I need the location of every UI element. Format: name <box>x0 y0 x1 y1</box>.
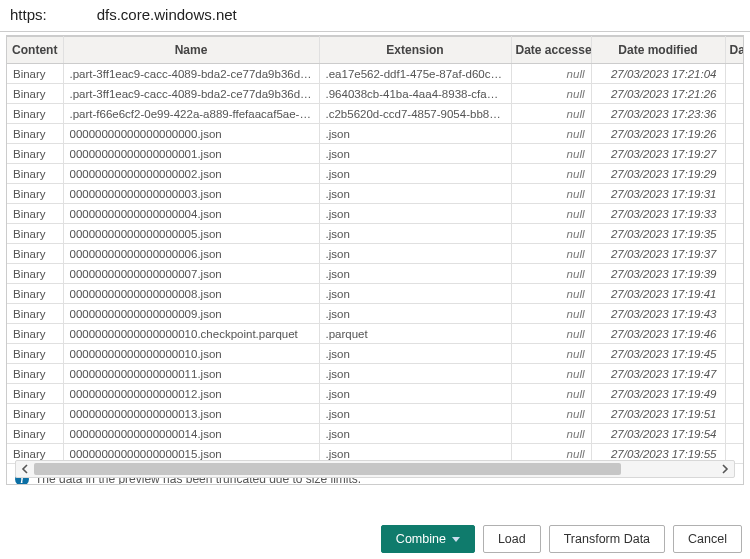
cell-date-modified: 27/03/2023 17:19:33 <box>591 204 725 224</box>
column-header-name[interactable]: Name <box>63 37 319 64</box>
cell-date-modified: 27/03/2023 17:19:51 <box>591 404 725 424</box>
cell-date-accessed: null <box>511 264 591 284</box>
table-row[interactable]: Binary00000000000000000011.json.jsonnull… <box>7 364 744 384</box>
cell-name: .part-f66e6cf2-0e99-422a-a889-ffefaacaf5… <box>63 104 319 124</box>
cell-date-modified: 27/03/2023 17:19:26 <box>591 124 725 144</box>
cell-date-c <box>725 164 744 184</box>
table-row[interactable]: Binary00000000000000000002.json.jsonnull… <box>7 164 744 184</box>
cell-date-modified: 27/03/2023 17:19:39 <box>591 264 725 284</box>
chevron-down-icon <box>452 537 460 542</box>
column-header-extension[interactable]: Extension <box>319 37 511 64</box>
cell-date-accessed: null <box>511 124 591 144</box>
cell-date-c <box>725 224 744 244</box>
cell-date-modified: 27/03/2023 17:19:49 <box>591 384 725 404</box>
load-button[interactable]: Load <box>483 525 541 553</box>
table-row[interactable]: Binary00000000000000000007.json.jsonnull… <box>7 264 744 284</box>
cancel-button[interactable]: Cancel <box>673 525 742 553</box>
scroll-right-icon[interactable] <box>716 461 734 477</box>
cell-date-accessed: null <box>511 384 591 404</box>
cell-extension: .json <box>319 244 511 264</box>
combine-button[interactable]: Combine <box>381 525 475 553</box>
table-row[interactable]: Binary00000000000000000009.json.jsonnull… <box>7 304 744 324</box>
scroll-track[interactable] <box>34 461 716 477</box>
cell-content: Binary <box>7 344 63 364</box>
cell-extension: .json <box>319 304 511 324</box>
cell-date-accessed: null <box>511 284 591 304</box>
table-row[interactable]: Binary00000000000000000010.json.jsonnull… <box>7 344 744 364</box>
cell-date-modified: 27/03/2023 17:19:27 <box>591 144 725 164</box>
cell-date-c <box>725 244 744 264</box>
table-row[interactable]: Binary00000000000000000004.json.jsonnull… <box>7 204 744 224</box>
cell-date-accessed: null <box>511 304 591 324</box>
table-row[interactable]: Binary00000000000000000013.json.jsonnull… <box>7 404 744 424</box>
cell-name: 00000000000000000004.json <box>63 204 319 224</box>
cell-extension: .json <box>319 164 511 184</box>
cell-date-c <box>725 264 744 284</box>
table-row[interactable]: Binary.part-f66e6cf2-0e99-422a-a889-ffef… <box>7 104 744 124</box>
cell-name: 00000000000000000014.json <box>63 424 319 444</box>
cell-date-modified: 27/03/2023 17:19:47 <box>591 364 725 384</box>
table-row[interactable]: Binary00000000000000000014.json.jsonnull… <box>7 424 744 444</box>
cell-date-modified: 27/03/2023 17:19:43 <box>591 304 725 324</box>
column-header-content[interactable]: Content <box>7 37 63 64</box>
cell-name: 00000000000000000001.json <box>63 144 319 164</box>
column-header-date-modified[interactable]: Date modified <box>591 37 725 64</box>
cell-date-c <box>725 204 744 224</box>
cell-date-accessed: null <box>511 64 591 84</box>
table-header: Content Name Extension Date accessed Dat… <box>7 37 744 64</box>
table-row[interactable]: Binary00000000000000000010.checkpoint.pa… <box>7 324 744 344</box>
table-row[interactable]: Binary00000000000000000008.json.jsonnull… <box>7 284 744 304</box>
cell-content: Binary <box>7 184 63 204</box>
cell-date-c <box>725 404 744 424</box>
cell-name: 00000000000000000002.json <box>63 164 319 184</box>
scroll-left-icon[interactable] <box>16 461 34 477</box>
cell-content: Binary <box>7 424 63 444</box>
cell-date-modified: 27/03/2023 17:19:37 <box>591 244 725 264</box>
scroll-thumb[interactable] <box>34 463 621 475</box>
cell-date-c <box>725 364 744 384</box>
cell-date-accessed: null <box>511 104 591 124</box>
table-row[interactable]: Binary00000000000000000006.json.jsonnull… <box>7 244 744 264</box>
preview-table: Content Name Extension Date accessed Dat… <box>7 36 744 464</box>
cell-extension: .json <box>319 224 511 244</box>
table-row[interactable]: Binary.part-3ff1eac9-cacc-4089-bda2-ce77… <box>7 64 744 84</box>
url-suffix: dfs.core.windows.net <box>97 6 237 23</box>
cell-date-accessed: null <box>511 424 591 444</box>
cell-date-c <box>725 144 744 164</box>
cell-extension: .json <box>319 404 511 424</box>
cell-content: Binary <box>7 124 63 144</box>
cell-name: 00000000000000000000.json <box>63 124 319 144</box>
cell-date-modified: 27/03/2023 17:19:45 <box>591 344 725 364</box>
cell-name: 00000000000000000008.json <box>63 284 319 304</box>
cell-extension: .964038cb-41ba-4aa4-8938-cfa21930555b <box>319 84 511 104</box>
table-row[interactable]: Binary.part-3ff1eac9-cacc-4089-bda2-ce77… <box>7 84 744 104</box>
cell-content: Binary <box>7 284 63 304</box>
cell-date-accessed: null <box>511 364 591 384</box>
cell-content: Binary <box>7 204 63 224</box>
preview-table-container: Content Name Extension Date accessed Dat… <box>6 35 744 485</box>
cell-date-c <box>725 384 744 404</box>
cell-date-c <box>725 104 744 124</box>
cell-date-c <box>725 344 744 364</box>
cell-extension: .ea17e562-ddf1-475e-87af-d60c0ebc64e4 <box>319 64 511 84</box>
table-row[interactable]: Binary00000000000000000000.json.jsonnull… <box>7 124 744 144</box>
transform-data-button[interactable]: Transform Data <box>549 525 665 553</box>
cell-name: 00000000000000000007.json <box>63 264 319 284</box>
cell-content: Binary <box>7 264 63 284</box>
cell-extension: .json <box>319 264 511 284</box>
column-header-date-accessed[interactable]: Date accessed <box>511 37 591 64</box>
table-row[interactable]: Binary00000000000000000003.json.jsonnull… <box>7 184 744 204</box>
cell-extension: .parquet <box>319 324 511 344</box>
cell-content: Binary <box>7 404 63 424</box>
cell-date-c <box>725 64 744 84</box>
table-row[interactable]: Binary00000000000000000012.json.jsonnull… <box>7 384 744 404</box>
cell-extension: .json <box>319 384 511 404</box>
table-row[interactable]: Binary00000000000000000005.json.jsonnull… <box>7 224 744 244</box>
table-row[interactable]: Binary00000000000000000001.json.jsonnull… <box>7 144 744 164</box>
cell-extension: .json <box>319 364 511 384</box>
cell-extension: .json <box>319 184 511 204</box>
column-header-date-c[interactable]: Date c <box>725 37 744 64</box>
cell-name: 00000000000000000003.json <box>63 184 319 204</box>
horizontal-scrollbar[interactable] <box>15 460 735 478</box>
combine-label: Combine <box>396 532 446 546</box>
